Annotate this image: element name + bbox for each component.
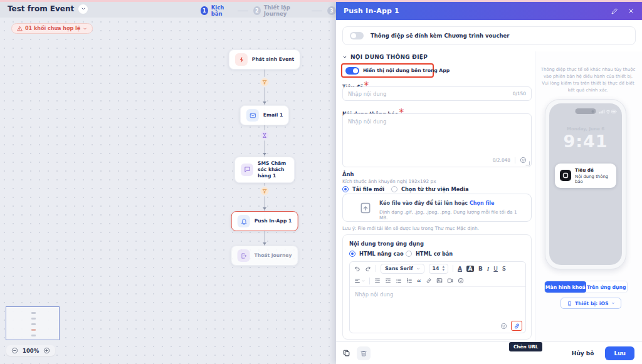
node-sms[interactable]: SMS Chăm sóc khách hàng 1	[234, 157, 295, 183]
emoji-picker-icon[interactable]	[500, 323, 507, 330]
phone-date: Monday, June 6	[549, 127, 622, 132]
file-dropzone[interactable]: Kéo file vào đây để tải lên hoặc Chọn fi…	[342, 194, 532, 222]
minimap-node	[31, 335, 36, 336]
node-label: Thoát Journey	[255, 252, 292, 259]
insert-url-tooltip: Chèn URL	[509, 342, 542, 351]
zoom-out-button[interactable]	[11, 347, 18, 354]
background-color-icon[interactable]: A	[466, 266, 474, 272]
step-three[interactable]: 3	[327, 6, 336, 15]
save-button[interactable]: Lưu	[605, 346, 634, 360]
cancel-button[interactable]: Hủy bỏ	[567, 346, 599, 360]
ordered-list-icon[interactable]	[406, 278, 413, 284]
node-email[interactable]: Email 1	[240, 105, 289, 125]
chevron-down-icon	[83, 27, 87, 31]
outdent-icon[interactable]	[374, 278, 381, 284]
show-inapp-toggle[interactable]	[345, 67, 359, 75]
step-number: 3	[327, 6, 336, 15]
delete-icon[interactable]	[357, 346, 371, 360]
upload-note: Lưu ý: File mới tải lên sẽ được lưu tron…	[342, 226, 479, 231]
status-bar-icons	[599, 109, 617, 114]
chevron-down-icon	[342, 55, 347, 60]
upload-file-icon	[359, 202, 372, 214]
invalid-blocks-warning[interactable]: 01 khối chưa hợp lệ	[11, 23, 93, 34]
message-content-section-header[interactable]: NỘI DUNG THÔNG ĐIỆP	[342, 54, 428, 60]
minimap[interactable]	[6, 306, 60, 340]
stepper: 1 Kịch bản 2 Thiết lập Journey 3	[201, 2, 336, 19]
close-icon[interactable]	[628, 8, 634, 14]
connector-hourglass-icon[interactable]	[260, 130, 270, 141]
chevron-down-icon	[611, 301, 615, 305]
tab-lock-screen[interactable]: Màn hình khoá	[545, 281, 586, 293]
bold-icon[interactable]: B	[478, 266, 483, 272]
font-size-value: 14	[433, 266, 439, 271]
preview-mode-tabs: Màn hình khoá Trên ứng dụng	[544, 281, 628, 293]
html-basic-radio[interactable]: HTML cơ bản	[406, 251, 453, 257]
connector-funnel-icon[interactable]	[260, 77, 270, 88]
image-size-hint: Kích thước ảnh khuyến nghị 192x192 px	[342, 179, 436, 184]
emoji-icon[interactable]	[458, 278, 464, 284]
underline-icon[interactable]: U	[493, 266, 498, 272]
title-input[interactable]	[348, 91, 509, 97]
notification-title: Tiêu đề	[575, 167, 611, 173]
body-char-counter: 0/2.048	[493, 157, 510, 163]
font-size-stepper[interactable]: 14 ▲▼	[429, 264, 448, 274]
journey-canvas[interactable]: Phát sinh Event Email 1 SMS Chăm sóc khá…	[0, 0, 336, 364]
bolt-icon	[235, 53, 248, 66]
flow-arrowhead	[263, 207, 266, 210]
tab-in-app[interactable]: Trên ứng dụng	[586, 281, 628, 293]
media-library-radio[interactable]: Chọn từ thư viện Media	[391, 186, 468, 192]
zoom-in-button[interactable]	[43, 347, 50, 354]
edit-title-icon[interactable]	[611, 8, 618, 15]
mail-icon	[246, 109, 259, 122]
exit-icon	[238, 249, 250, 262]
editor-toolbar-row1: Sans Serif 14 ▲▼ A A B I U S	[350, 262, 525, 275]
step-journey-setup[interactable]: 2 Thiết lập Journey	[253, 4, 307, 17]
connector-funnel-icon[interactable]	[260, 186, 270, 197]
font-family-select[interactable]: Sans Serif	[381, 264, 424, 274]
node-push-inapp[interactable]: Push In-App 1	[231, 211, 298, 231]
italic-icon[interactable]: I	[487, 266, 490, 272]
upload-new-radio[interactable]: Tải file mới	[342, 186, 384, 192]
emoji-picker-icon[interactable]	[520, 157, 527, 164]
panel-title: Push In-App 1	[344, 7, 399, 15]
align-icon[interactable]	[354, 278, 365, 284]
step-label: Kịch bản	[211, 4, 233, 17]
warning-icon	[17, 26, 23, 31]
body-textarea[interactable]	[343, 114, 531, 150]
radio-selected	[349, 251, 355, 257]
duplicate-icon[interactable]	[342, 349, 350, 357]
zoom-level: 100%	[23, 348, 39, 354]
phone-time: 9:41	[549, 132, 622, 151]
link-icon[interactable]	[426, 278, 432, 284]
undo-icon[interactable]	[354, 266, 360, 272]
minimap-node	[31, 323, 36, 325]
device-select-button[interactable]: Thiết bị: iOS	[560, 298, 621, 309]
image-icon[interactable]	[436, 278, 443, 284]
choose-file-link[interactable]: Chọn file	[470, 200, 495, 206]
video-icon[interactable]	[447, 278, 453, 284]
step-scenario[interactable]: 1 Kịch bản	[201, 4, 233, 17]
bullet-list-icon[interactable]	[396, 278, 402, 284]
step-number: 1	[201, 6, 208, 15]
show-inapp-toggle-label: Hiển thị nội dung bên trong App	[363, 68, 450, 73]
redo-icon[interactable]	[365, 266, 371, 272]
node-exit-journey[interactable]: Thoát Journey	[231, 246, 298, 266]
html-advanced-radio[interactable]: HTML nâng cao	[349, 251, 404, 257]
radio-unselected	[391, 186, 397, 192]
editor-content-area[interactable]: Nhập nội dung	[350, 287, 525, 333]
blockquote-icon[interactable]: “	[417, 280, 421, 285]
voucher-toggle[interactable]	[350, 32, 364, 39]
inapp-content-card: Nội dung trong ứng dụng HTML nâng cao HT…	[342, 234, 532, 340]
indent-icon[interactable]	[385, 278, 391, 284]
dropzone-hint: Định dạng .gif, .jpg, .jpeg, .png. Dung …	[379, 209, 524, 221]
title-input-wrap: 0/150	[342, 86, 532, 101]
insert-url-icon[interactable]	[513, 323, 520, 330]
phone-screen: Monday, June 6 9:41 Tiêu đề Nội dung thô…	[549, 103, 622, 265]
flow-arrowhead	[263, 242, 266, 245]
node-event-trigger[interactable]: Phát sinh Event	[229, 49, 300, 70]
journey-title: Test from Event	[8, 4, 74, 13]
text-color-icon[interactable]: A	[458, 266, 462, 272]
radio-unselected	[406, 251, 412, 257]
strikethrough-icon[interactable]: S	[502, 266, 506, 272]
journey-title-dropdown[interactable]	[78, 4, 88, 14]
